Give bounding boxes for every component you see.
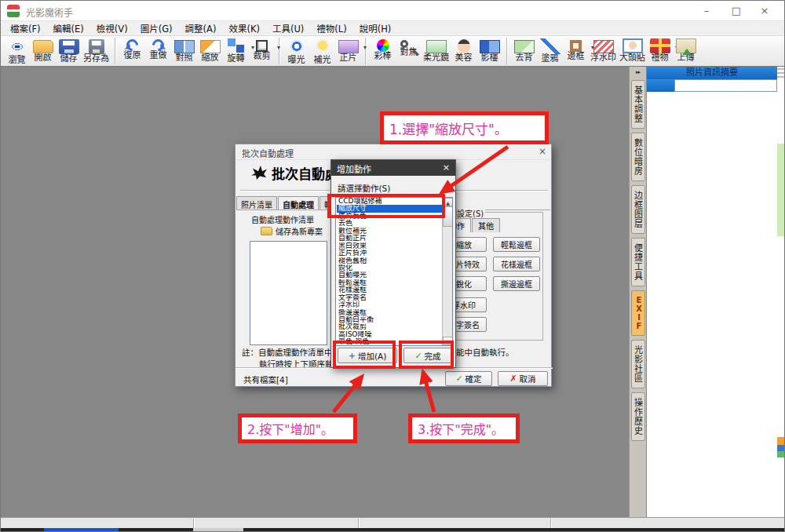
action-list-item[interactable]: 銳化 bbox=[337, 264, 442, 271]
action-list-item[interactable]: 輕鬆邊框 bbox=[337, 279, 442, 286]
action-list-item[interactable]: 單色-褐色 bbox=[337, 338, 442, 345]
toolbar-button[interactable]: 另存為 bbox=[82, 37, 111, 64]
action-list-item[interactable]: 撕邊邊框 bbox=[337, 309, 442, 316]
option-button[interactable]: 撕邊邊框 bbox=[493, 276, 540, 291]
menu-item[interactable]: 說明(H) bbox=[353, 22, 398, 35]
menu-item[interactable]: 圖片(G) bbox=[134, 22, 179, 35]
action-queue-listbox[interactable] bbox=[250, 241, 327, 345]
toolbar-icon bbox=[33, 40, 53, 53]
minimize-button[interactable]: – bbox=[696, 2, 717, 20]
save-as-project-button[interactable]: 儲存為新專案 bbox=[256, 224, 327, 238]
menu-item[interactable]: 編輯(E) bbox=[47, 22, 90, 35]
toolbar-button-label: 浮水印 bbox=[590, 53, 616, 63]
photo-info-header: 照片資訊摘要 bbox=[647, 67, 777, 79]
action-list-item[interactable]: 花樣邊框 bbox=[337, 286, 442, 293]
action-list-item[interactable]: 褪色舊相 bbox=[337, 257, 442, 264]
photo-info-field[interactable] bbox=[674, 79, 777, 92]
toolbar-button[interactable]: 縮放 bbox=[197, 37, 223, 63]
toolbar-icon bbox=[174, 40, 195, 53]
action-list-item[interactable]: 底片反色 bbox=[337, 213, 442, 220]
collapse-panel-icon[interactable]: ▸▸ bbox=[630, 67, 646, 80]
action-list-item[interactable]: 去色 bbox=[337, 220, 442, 227]
done-button[interactable]: ✓ 完成 bbox=[403, 348, 452, 363]
dialog-tab[interactable]: 照片清單 bbox=[236, 196, 277, 210]
toolbar-button[interactable]: 對照 bbox=[171, 37, 197, 63]
toolbar-button[interactable]: 瀏覽 bbox=[4, 37, 30, 65]
sidebar-tab[interactable]: 便捷工具 bbox=[631, 238, 645, 286]
action-list-item[interactable]: 縮放尺寸 bbox=[337, 205, 442, 212]
action-list-item[interactable]: 自動曝光 bbox=[337, 271, 442, 279]
sidebar-tab[interactable]: EXIF bbox=[631, 290, 645, 336]
app-logo-icon bbox=[7, 5, 20, 17]
menu-item[interactable]: 檔案(F) bbox=[4, 22, 47, 35]
toolbar-button[interactable]: 柔光鏡 bbox=[422, 37, 451, 63]
toolbar-button[interactable]: 塗鴉 bbox=[537, 37, 563, 64]
toolbar-button[interactable]: 浮水印 bbox=[589, 37, 618, 63]
toolbar-button[interactable]: 開啟 bbox=[30, 37, 56, 63]
add-button[interactable]: + 增加(A) bbox=[338, 348, 397, 363]
sidebar-tab[interactable]: 數位暗房 bbox=[631, 133, 645, 181]
close-button[interactable]: × bbox=[754, 2, 775, 20]
select-action-label: 請選擇動作(S) bbox=[338, 182, 390, 194]
scroll-thumb[interactable] bbox=[443, 206, 453, 227]
toolbar-button[interactable]: 儲存 bbox=[56, 37, 82, 64]
dialog-titlebar[interactable]: 增加動作 × bbox=[331, 160, 455, 176]
toolbar-button[interactable]: 正片 ▾ bbox=[335, 37, 361, 63]
scroll-down-icon[interactable]: ▼ bbox=[443, 337, 453, 345]
dropdown-arrow-icon[interactable]: ▾ bbox=[277, 44, 280, 51]
toolbar-separator bbox=[365, 38, 366, 64]
action-list-item[interactable]: 黑白效果 bbox=[337, 242, 442, 250]
toolbar-button[interactable]: 美容 bbox=[451, 37, 476, 63]
menu-item[interactable]: 檢視(V) bbox=[90, 22, 134, 35]
dialog-titlebar[interactable]: 批次自動處理 × bbox=[236, 144, 551, 160]
toolbar-button[interactable]: 大頭貼 bbox=[618, 37, 647, 63]
dialog-title: 增加動作 bbox=[337, 162, 371, 175]
toolbar-button[interactable]: 補光 bbox=[309, 37, 335, 65]
window-titlebar: 光影魔術手 – □ × bbox=[1, 1, 785, 21]
toolbar-button[interactable]: 上傳 bbox=[673, 37, 699, 63]
option-button[interactable]: 花樣邊框 bbox=[493, 257, 540, 271]
toolbar-button[interactable]: 復原 bbox=[119, 37, 145, 60]
menu-item[interactable]: 效果(K) bbox=[222, 22, 266, 35]
action-list-item[interactable]: 數位補光 bbox=[337, 228, 442, 235]
scrollbar[interactable]: ▲ ▼ bbox=[442, 198, 452, 345]
action-list-item[interactable]: 文字簽名 bbox=[337, 294, 442, 301]
menu-item[interactable]: 調整(A) bbox=[179, 22, 223, 35]
action-list-item[interactable]: 正片負沖 bbox=[337, 250, 442, 257]
menu-item[interactable]: 禮物(L) bbox=[310, 22, 352, 35]
sidebar-tab[interactable]: 操作歷史 bbox=[631, 392, 645, 441]
action-list-item[interactable]: CCD壞點修補 bbox=[337, 198, 442, 205]
toolbar-button[interactable]: 對焦 bbox=[396, 37, 422, 57]
toolbar-button[interactable]: 彩棒 bbox=[370, 37, 396, 61]
ok-button[interactable]: ✓ 確定 bbox=[445, 371, 492, 386]
action-list-item[interactable]: 浮水印 bbox=[337, 301, 442, 308]
menu-item[interactable]: 工具(U) bbox=[266, 22, 310, 35]
toolbar-button[interactable]: 邊框 ▾ bbox=[563, 37, 589, 61]
action-list[interactable]: CCD壞點修補 縮放尺寸 底片反色 去色 數位補光 自動正片 黑白效果 正片負沖… bbox=[335, 197, 453, 346]
sidebar-tab[interactable]: 边框图层 bbox=[631, 185, 645, 234]
action-list-item[interactable]: 高ISO降噪 bbox=[337, 331, 442, 338]
action-list-item[interactable]: 自動白平衡 bbox=[337, 316, 442, 323]
sidebar-tab[interactable]: 基本調整 bbox=[631, 80, 645, 129]
sidebar-tab[interactable]: 光影社區 bbox=[631, 340, 645, 388]
toolbar-button-label: 裁剪 bbox=[250, 52, 273, 61]
toolbar-button[interactable]: 影樓 bbox=[476, 37, 502, 63]
taskbar-item bbox=[193, 528, 243, 532]
scroll-up-icon[interactable]: ▲ bbox=[443, 198, 453, 206]
cancel-button[interactable]: ✗ 取消 bbox=[498, 371, 548, 386]
option-button[interactable]: 輕鬆邊框 bbox=[493, 237, 540, 252]
toolbar-button[interactable]: 曝光 bbox=[283, 37, 309, 65]
toolbar-button[interactable]: 裁剪 ▾ bbox=[249, 37, 275, 61]
action-list-item[interactable]: 自動正片 bbox=[337, 235, 442, 242]
toolbar-button[interactable]: 去背 bbox=[511, 37, 537, 63]
toolbar-button[interactable]: 重做 bbox=[145, 37, 171, 60]
options-tab[interactable]: 其他 bbox=[472, 218, 500, 232]
dialog-close-icon[interactable]: × bbox=[539, 146, 546, 157]
dialog-close-icon[interactable]: × bbox=[443, 162, 450, 173]
dialog-tab[interactable]: 自動處理 bbox=[278, 196, 319, 210]
action-list-item[interactable]: 批次裁剪 bbox=[337, 323, 442, 330]
toolbar-button[interactable]: 旋轉 ▾ bbox=[223, 37, 249, 64]
toolbar-button[interactable]: 禮物 ▾ bbox=[647, 37, 673, 63]
maximize-button[interactable]: □ bbox=[726, 2, 747, 20]
dropdown-arrow-icon[interactable]: ▾ bbox=[363, 44, 367, 51]
